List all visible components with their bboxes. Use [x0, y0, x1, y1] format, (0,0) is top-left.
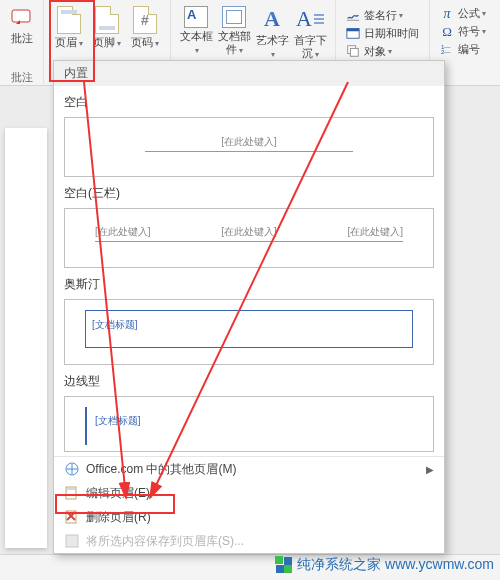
- template-title-austin: 奥斯汀: [64, 276, 434, 293]
- edit-header[interactable]: 编辑页眉(E): [54, 481, 444, 505]
- wordart-button[interactable]: A 艺术字▾: [253, 4, 291, 68]
- template-preview-sideline[interactable]: [文档标题]: [64, 396, 434, 452]
- gallery-section-builtin: 内置: [54, 61, 444, 86]
- template-preview-blank[interactable]: [在此处键入]: [64, 117, 434, 177]
- textbox-button[interactable]: A 文本框▾: [177, 4, 215, 68]
- quick-parts-icon: [222, 6, 246, 28]
- group-label-comment: 批注: [11, 70, 33, 84]
- header-gallery-dropdown: 内置 空白 [在此处键入] 空白(三栏) [在此处键入] [在此处键入] [在此…: [53, 60, 445, 554]
- number-button[interactable]: 1—2— 编号: [436, 40, 490, 58]
- template-preview-austin[interactable]: [文档标题]: [64, 299, 434, 365]
- symbol-button[interactable]: Ω 符号▾: [436, 22, 490, 40]
- svg-rect-0: [12, 10, 30, 22]
- page-number-button[interactable]: # 页码▾: [126, 4, 164, 68]
- svg-rect-14: [66, 535, 78, 547]
- chevron-right-icon: ▶: [426, 464, 434, 475]
- group-comment: 批注 批注: [0, 0, 44, 86]
- remove-header[interactable]: 删除页眉(R): [54, 505, 444, 529]
- gallery-footer: Office.com 中的其他页眉(M) ▶ 编辑页眉(E) 删除页眉(R) 将…: [54, 456, 444, 553]
- template-title-blank: 空白: [64, 94, 434, 111]
- datetime-button[interactable]: 日期和时间: [342, 24, 423, 42]
- footer-button[interactable]: 页脚▾: [88, 4, 126, 68]
- watermark: 纯净系统之家 www.ycwmw.com: [275, 556, 494, 574]
- document-page: [5, 128, 47, 548]
- watermark-logo-icon: [275, 556, 293, 574]
- svg-rect-3: [347, 29, 359, 32]
- comment-button[interactable]: 批注: [3, 4, 41, 68]
- svg-rect-5: [350, 48, 358, 56]
- template-preview-blank3[interactable]: [在此处键入] [在此处键入] [在此处键入]: [64, 208, 434, 268]
- header-button[interactable]: 页眉▾: [50, 4, 88, 68]
- equation-button[interactable]: π 公式▾: [436, 4, 490, 22]
- page-number-icon: #: [133, 6, 157, 34]
- header-icon: [57, 6, 81, 34]
- save-to-header-gallery: 将所选内容保存到页眉库(S)...: [54, 529, 444, 553]
- remove-header-icon: [64, 509, 80, 525]
- dropcap-icon: A: [296, 6, 324, 32]
- template-title-blank3: 空白(三栏): [64, 185, 434, 202]
- svg-text:2—: 2—: [441, 48, 451, 55]
- more-headers-office-com[interactable]: Office.com 中的其他页眉(M) ▶: [54, 457, 444, 481]
- wordart-icon: A: [264, 6, 280, 32]
- signature-line-button[interactable]: 签名行▾: [342, 6, 423, 24]
- edit-header-icon: [64, 485, 80, 501]
- template-title-sideline: 边线型: [64, 373, 434, 390]
- footer-icon: [95, 6, 119, 34]
- dropcap-button[interactable]: A 首字下沉▾: [291, 4, 329, 68]
- object-button[interactable]: 对象▾: [342, 42, 423, 60]
- svg-rect-10: [67, 488, 75, 490]
- save-icon: [64, 533, 80, 549]
- office-icon: [64, 461, 80, 477]
- quick-parts-button[interactable]: 文档部件▾: [215, 4, 253, 68]
